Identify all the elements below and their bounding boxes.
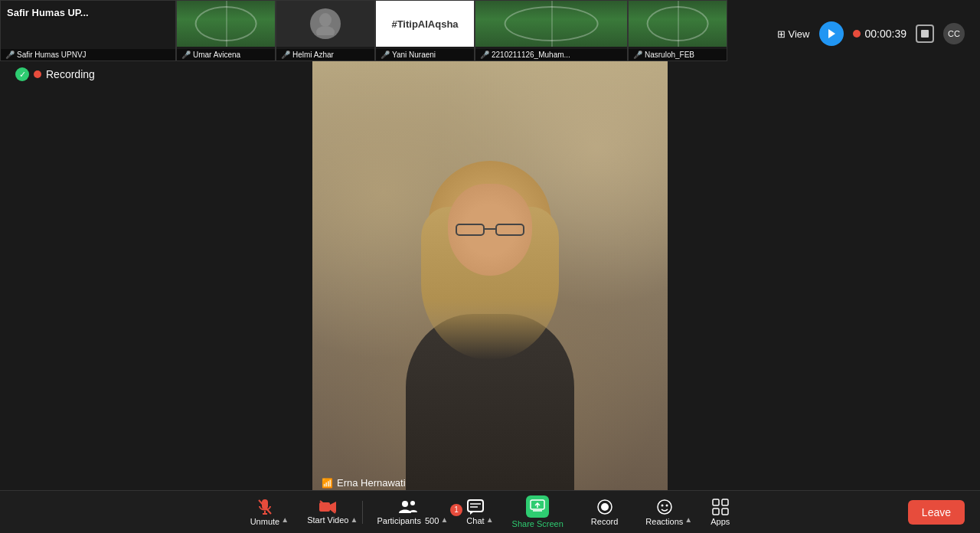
yani-hashtag: #TitipAIAqsha [391, 18, 458, 30]
unmute-arrow[interactable]: ▲ [281, 515, 289, 524]
record-button[interactable]: Record [577, 491, 632, 533]
unmute-button[interactable]: Unmute ▲ [237, 491, 294, 533]
unmute-label: Unmute [250, 517, 280, 526]
view-icon: ⊞ [777, 28, 786, 40]
leave-button[interactable]: Leave [908, 500, 965, 525]
reactions-button[interactable]: Reactions ▲ [632, 491, 697, 533]
mic-icon-umar: 🎤 [181, 51, 191, 59]
participant-tile-helmi[interactable]: 🎤 Helmi Azhar [276, 0, 375, 61]
chat-badge: 1 [450, 504, 462, 516]
participants-button[interactable]: Participants 500 ▲ [363, 491, 452, 533]
apps-button[interactable]: Apps [697, 491, 743, 533]
speaker-video [383, 130, 597, 498]
chat-button[interactable]: 1 Chat ▲ [452, 491, 498, 533]
start-video-button[interactable]: Start Video ▲ [293, 491, 362, 533]
reactions-icon [656, 499, 673, 515]
umar-name-bar: 🎤 Umar Avicena [177, 49, 275, 60]
participant-tile-nasruloh[interactable]: 🎤 Nasruloh_FEB [628, 0, 727, 61]
video-arrow[interactable]: ▲ [351, 515, 358, 524]
stop-button[interactable] [916, 25, 934, 43]
participants-arrow[interactable]: ▲ [440, 515, 448, 524]
svg-point-1 [316, 26, 335, 35]
view-button[interactable]: ⊞ View [777, 28, 810, 40]
svg-point-17 [601, 503, 609, 511]
video-off-icon [318, 500, 337, 514]
svg-point-19 [661, 504, 663, 506]
helmi-avatar [310, 8, 341, 39]
start-video-label: Start Video [307, 515, 348, 525]
chat-arrow[interactable]: ▲ [486, 515, 494, 524]
chat-label: Chat [466, 516, 484, 525]
yani-name-bar: 🎤 Yani Nuraeni [376, 49, 474, 60]
mic-icon-safir: 🎤 [5, 51, 15, 59]
reactions-arrow[interactable]: ▲ [684, 515, 692, 524]
participant-tile-safir[interactable]: Safir Humas UP... 🎤 Safir Humas UPNVJ [0, 0, 176, 61]
speaker-name: Erna Hernawati [337, 477, 406, 489]
apps-label: Apps [710, 517, 730, 526]
participant-tile-umar[interactable]: 🎤 Umar Avicena [176, 0, 276, 61]
timer-display: 00:00:39 [853, 28, 907, 40]
recording-label: Recording [46, 68, 95, 80]
reactions-label: Reactions [645, 517, 683, 526]
safir-name: Safir Humas UP... [7, 7, 89, 18]
svg-point-18 [658, 500, 671, 514]
stop-square [921, 30, 929, 38]
svg-rect-22 [722, 499, 728, 505]
mic-icon-2210: 🎤 [480, 51, 489, 59]
bottom-toolbar: Unmute ▲ Start Video ▲ Participants [0, 490, 980, 533]
view-label: View [789, 28, 810, 40]
main-video [312, 61, 668, 498]
mic-icon-helmi: 🎤 [281, 51, 290, 59]
rec-dot-top [853, 30, 861, 38]
record-icon [596, 499, 613, 515]
participant-tile-yani[interactable]: #TitipAIAqsha 🎤 Yani Nuraeni [375, 0, 475, 61]
participant-tile-2210[interactable]: 🎤 2210211126_Muham... [475, 0, 628, 61]
svg-point-20 [665, 504, 668, 506]
nasruloh-name-bar: 🎤 Nasruloh_FEB [629, 49, 727, 60]
recording-indicator: ✓ Recording [15, 67, 95, 81]
safir-name-bar: 🎤 Safir Humas UPNVJ [1, 49, 175, 60]
svg-point-10 [410, 501, 415, 505]
check-icon: ✓ [15, 67, 29, 81]
timer-text: 00:00:39 [865, 28, 907, 40]
participants-label: Participants 500 [377, 516, 439, 525]
participants-icon [399, 499, 417, 515]
play-button[interactable] [819, 21, 844, 46]
svg-rect-24 [722, 508, 728, 515]
speaker-name-label: 📶 Erna Hernawati [322, 477, 406, 489]
share-screen-icon [526, 495, 549, 518]
mic-icon-nasruloh: 🎤 [633, 51, 642, 59]
captions-button[interactable]: CC [943, 23, 965, 44]
signal-icon: 📶 [322, 478, 333, 489]
svg-marker-2 [828, 29, 835, 38]
share-screen-label: Share Screen [512, 519, 564, 528]
svg-rect-23 [713, 508, 719, 515]
top-right-controls: ⊞ View 00:00:39 CC [777, 21, 965, 46]
svg-rect-11 [468, 500, 483, 512]
recording-dot [34, 70, 41, 78]
helmi-name-bar: 🎤 Helmi Azhar [276, 49, 374, 60]
svg-rect-21 [713, 499, 719, 505]
share-screen-button[interactable]: Share Screen [498, 491, 577, 533]
mic-off-icon [257, 499, 273, 515]
svg-point-0 [319, 13, 332, 27]
record-label: Record [591, 517, 618, 526]
chat-icon: 1 [467, 499, 484, 515]
2210-name-bar: 🎤 2210211126_Muham... [475, 49, 627, 60]
svg-point-9 [402, 501, 408, 507]
cc-icon: CC [948, 29, 960, 38]
mic-icon-yani: 🎤 [381, 51, 390, 59]
apps-icon [712, 499, 729, 515]
